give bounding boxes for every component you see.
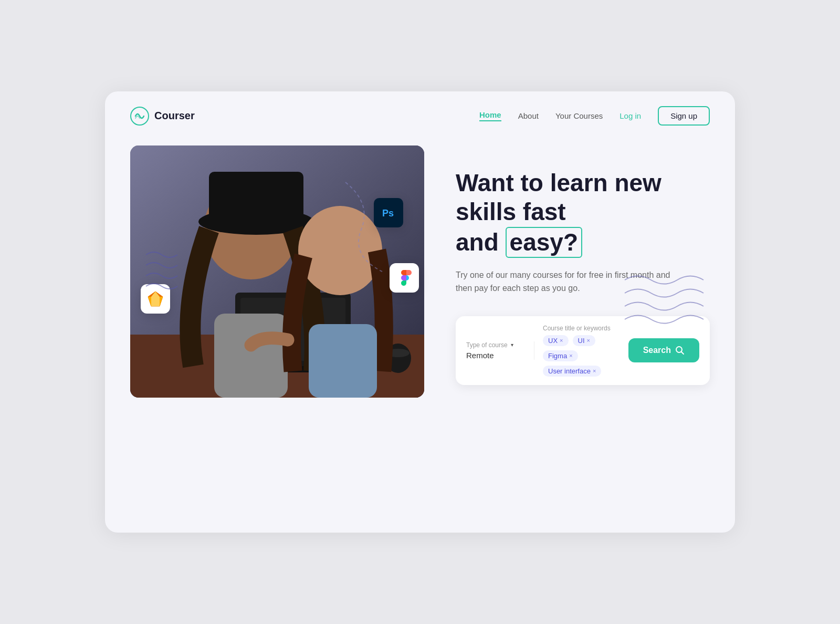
hero-title-highlight: easy? — [506, 227, 582, 258]
figma-icon — [390, 263, 419, 293]
svg-rect-22 — [214, 314, 288, 398]
svg-rect-21 — [209, 172, 303, 224]
search-button[interactable]: Search — [628, 338, 699, 362]
nav-about[interactable]: About — [518, 111, 539, 120]
search-tags: UX × UI × Figma × User interface — [543, 335, 620, 377]
navbar: Courser Home About Your Courses Log in S… — [105, 91, 735, 140]
logo[interactable]: Courser — [130, 107, 195, 126]
logo-icon — [130, 107, 149, 126]
hero-title-line2-before: and — [456, 228, 506, 256]
search-type-label: Type of course ▾ — [466, 341, 526, 349]
chevron-down-icon: ▾ — [511, 342, 513, 348]
tag-figma[interactable]: Figma × — [543, 350, 578, 361]
main-card: Courser Home About Your Courses Log in S… — [105, 91, 735, 533]
search-type-value: Remote — [466, 351, 526, 360]
wave-right-decoration — [620, 269, 714, 335]
search-button-label: Search — [643, 346, 671, 355]
svg-text:Ps: Ps — [382, 208, 394, 219]
nav-login[interactable]: Log in — [620, 111, 641, 120]
logo-text: Courser — [154, 110, 195, 122]
nav-courses[interactable]: Your Courses — [555, 111, 603, 120]
hero-title-line1: Want to learn new skills fast — [456, 169, 662, 225]
wave-left-decoration — [141, 244, 183, 299]
tag-ux-remove[interactable]: × — [560, 337, 563, 344]
signup-button[interactable]: Sign up — [658, 106, 710, 126]
svg-line-26 — [681, 352, 684, 355]
tag-ux[interactable]: UX × — [543, 335, 569, 346]
tag-ui-remove[interactable]: × — [587, 337, 590, 344]
tag-user-interface-remove[interactable]: × — [593, 368, 596, 374]
tag-ui[interactable]: UI × — [573, 335, 595, 346]
svg-rect-24 — [309, 324, 377, 398]
hero-section: Ps — [105, 140, 735, 398]
search-keywords: Course title or keywords UX × UI × Figma — [543, 325, 620, 377]
search-icon — [675, 346, 685, 355]
nav-links: Home About Your Courses Log in Sign up — [479, 106, 710, 126]
hero-title: Want to learn new skills fast and easy? — [456, 169, 710, 258]
tag-user-interface[interactable]: User interface × — [543, 366, 601, 377]
hero-left: Ps — [130, 145, 424, 398]
search-type-dropdown[interactable]: Type of course ▾ Remote — [466, 341, 534, 360]
nav-home[interactable]: Home — [479, 110, 501, 121]
hero-right: Want to learn new skills fast and easy? … — [456, 158, 710, 385]
photoshop-icon: Ps — [374, 198, 403, 227]
search-keywords-label: Course title or keywords — [543, 325, 620, 332]
tag-figma-remove[interactable]: × — [569, 352, 572, 359]
